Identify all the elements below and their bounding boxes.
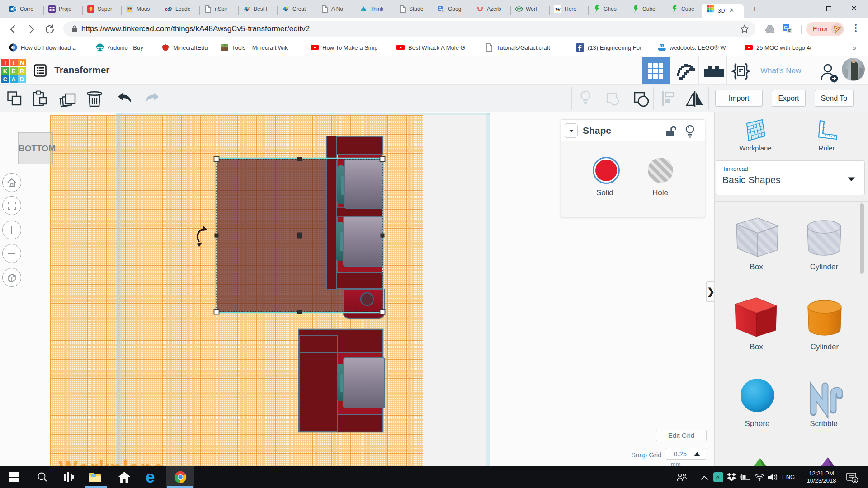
- svg-text:G: G: [439, 6, 442, 11]
- svg-text:dX: dX: [167, 7, 172, 12]
- svg-text:Cylinder: Cylinder: [811, 343, 839, 351]
- svg-text:Box: Box: [750, 343, 763, 351]
- svg-text:Sphere: Sphere: [745, 419, 770, 428]
- svg-text:e: e: [716, 474, 719, 481]
- svg-text:2: 2: [854, 478, 856, 483]
- svg-text:W: W: [555, 6, 561, 13]
- svg-text:Box: Box: [750, 263, 763, 271]
- svg-text:x: x: [442, 9, 444, 13]
- svg-text:WES: WES: [517, 8, 523, 11]
- svg-text:Cylinder: Cylinder: [810, 263, 839, 271]
- svg-text:Scribble: Scribble: [810, 419, 837, 428]
